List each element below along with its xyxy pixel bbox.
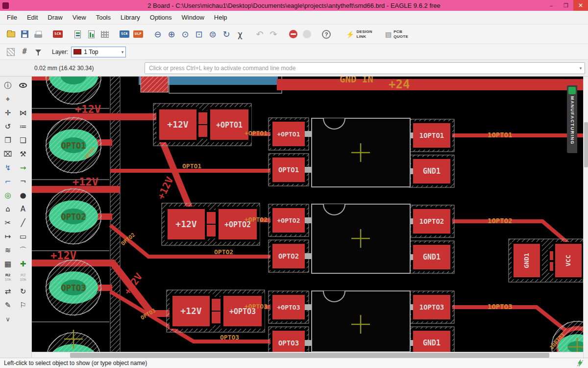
wrench-tool-button[interactable]: ⚒ xyxy=(16,148,30,160)
main-area: ⓘ ⌖ ✛ ⋈ ↺ ≔ ❐ ❏ ⌧ ⚒ ↯ ⇝ ⌐ ¬ ◎ ● ⌂ A ✂ ╱ … xyxy=(0,77,588,358)
undo-button[interactable]: ↶ xyxy=(253,27,267,41)
design-link-button[interactable]: ⚡ DESIGNLINK xyxy=(346,29,372,38)
horizontal-scrollbar-thumb[interactable] xyxy=(70,353,549,358)
polygon-tool-button[interactable]: ⌂ xyxy=(1,203,15,215)
via-tool-button[interactable]: ◎ xyxy=(1,189,15,202)
pcb-quote-button[interactable]: ▤ PCBQUOTE xyxy=(385,29,408,38)
menu-item-window[interactable]: Window xyxy=(177,12,209,23)
minimize-button[interactable]: – xyxy=(544,0,559,11)
menu-item-file[interactable]: File xyxy=(2,12,22,23)
zoom-previous-button[interactable]: ⊙ xyxy=(178,27,192,41)
design-manager-button[interactable] xyxy=(98,27,112,41)
save-button[interactable] xyxy=(18,27,31,41)
zoom-fit-button[interactable]: ⊜ xyxy=(206,27,220,41)
menu-item-draw[interactable]: Draw xyxy=(43,12,67,23)
layer-color-swatch xyxy=(74,49,81,54)
open-button[interactable] xyxy=(4,27,18,41)
text-tool-button[interactable]: A xyxy=(16,203,30,215)
route-tool-button[interactable]: ↯ xyxy=(1,161,15,174)
menu-item-view[interactable]: View xyxy=(68,12,91,23)
show-tool-button[interactable] xyxy=(16,79,30,92)
palette-spacer xyxy=(16,93,30,105)
filter-button[interactable] xyxy=(31,45,45,59)
rotate-tool-button[interactable]: ↺ xyxy=(1,120,15,133)
rect-tool-button[interactable]: ▭ xyxy=(16,230,30,243)
smash-tool-button[interactable]: R210k xyxy=(1,271,15,284)
script-editor-button[interactable]: SCR xyxy=(51,27,65,41)
layer-select[interactable]: 1 Top ▾ xyxy=(71,47,126,57)
bom-button[interactable] xyxy=(71,27,84,41)
redo-button[interactable]: ↷ xyxy=(267,27,280,41)
wire-bend2-tool-button[interactable]: ¬ xyxy=(16,175,30,188)
pad-text-out2a: 1OPTO2 xyxy=(419,217,444,225)
zoom-select-button[interactable]: ⊡ xyxy=(192,27,206,41)
airwire-tool-button[interactable]: ✚ xyxy=(16,258,30,270)
line-tool-button[interactable]: ╱ xyxy=(16,216,30,229)
menu-item-edit[interactable]: Edit xyxy=(22,12,43,23)
statistics-button[interactable] xyxy=(84,27,98,41)
optimize-tool-button[interactable]: ↦ xyxy=(1,230,15,243)
pad-text-12v-1: +12V xyxy=(167,119,189,130)
design-link-line2: LINK xyxy=(356,34,366,39)
miter-tool-button[interactable]: ✂ xyxy=(1,216,15,229)
copy-tool-button[interactable]: ❐ xyxy=(1,134,15,147)
run-ulp-button[interactable]: ULP xyxy=(131,27,145,41)
attribute-tool-button[interactable]: ⚐ xyxy=(16,299,30,312)
palette-more-chevron[interactable]: ∨ xyxy=(1,313,15,325)
ratsnest-tool-button[interactable]: ▦ xyxy=(1,258,15,270)
move-tool-button[interactable]: ✛ xyxy=(1,106,15,119)
vertical-scrollbar-thumb[interactable] xyxy=(584,122,588,167)
ripup-tool-button[interactable]: ⇝ xyxy=(16,161,30,174)
horizontal-scrollbar[interactable] xyxy=(32,352,583,358)
manufacturing-tab[interactable]: MANUFACTURING xyxy=(567,85,577,153)
resistor-group-3: +12V +OPTO3 xyxy=(167,290,265,332)
draw-tool-button[interactable]: ✎ xyxy=(1,299,15,312)
net-label-gnd-in: GND IN xyxy=(340,77,373,84)
menu-item-tools[interactable]: Tools xyxy=(91,12,116,23)
wire-bend-tool-button[interactable]: ⌐ xyxy=(1,175,15,188)
pcb-canvas[interactable]: GND IN +24 xyxy=(32,77,583,352)
command-chi-button[interactable]: χ xyxy=(233,27,247,41)
command-history-chevron-icon[interactable]: ▾ xyxy=(577,66,585,71)
info-tool-button[interactable]: ⓘ xyxy=(1,79,15,92)
stop-button[interactable] xyxy=(286,27,300,41)
grid-button[interactable]: # xyxy=(18,45,31,59)
unsmash-tool-button[interactable]: R210k xyxy=(16,271,30,284)
trace-label-opto3: OPTO3 xyxy=(220,334,239,341)
menu-item-options[interactable]: Options xyxy=(145,12,177,23)
command-line-input[interactable] xyxy=(145,63,577,74)
close-button[interactable]: ✕ xyxy=(573,0,588,11)
help-button[interactable]: ? xyxy=(319,27,333,41)
delete-tool-button[interactable]: ⌧ xyxy=(1,148,15,160)
replace-tool-button[interactable]: ⇄ xyxy=(1,285,15,298)
go-button[interactable] xyxy=(300,27,314,41)
run-script-button[interactable]: SCR xyxy=(118,27,131,41)
resistor-group-1: +12V +OPTO1 xyxy=(153,104,251,146)
main-toolbar: SCR SCR ULP ⊖ ⊕ ⊙ ⊡ ⊜ ↻ χ ↶ ↷ ? ⚡ DESIGN… xyxy=(0,25,588,44)
design-link-bolt-icon: ⚡ xyxy=(346,30,354,38)
zoom-in-button[interactable]: ⊕ xyxy=(165,27,178,41)
paste-tool-button[interactable]: ❏ xyxy=(16,134,30,147)
trace-label-opto1: OPTO1 xyxy=(182,162,201,170)
statusbar: Left-click to select object to show (or … xyxy=(0,358,588,368)
scr-blue-badge-icon: SCR xyxy=(120,30,129,38)
maximize-button[interactable]: ❐ xyxy=(559,0,573,11)
menu-item-library[interactable]: Library xyxy=(116,12,145,23)
pinswap-tool-button[interactable]: ↻ xyxy=(16,285,30,298)
arc-tool-button[interactable]: ⌒ xyxy=(16,244,30,257)
mirror-tool-button[interactable]: ⋈ xyxy=(16,106,30,119)
trace-label-opto2: OPTO2 xyxy=(214,248,233,256)
change-settings-button[interactable] xyxy=(4,45,18,59)
pad-label-opto2: OPTO2 xyxy=(61,212,86,222)
name-tool-button[interactable]: ≔ xyxy=(16,120,30,133)
mark-tool-button[interactable]: ⌖ xyxy=(1,93,15,105)
zoom-out-button[interactable]: ⊖ xyxy=(151,27,165,41)
redraw-button[interactable]: ↻ xyxy=(220,27,233,41)
meander-tool-button[interactable]: ≋ xyxy=(1,244,15,257)
circle-tool-button[interactable]: ● xyxy=(16,189,30,202)
menu-item-help[interactable]: Help xyxy=(209,12,232,23)
manufacturing-icon xyxy=(568,87,576,94)
vertical-scrollbar[interactable] xyxy=(583,77,588,358)
trace-label-popto3: +OPTO3 xyxy=(245,303,268,310)
print-button[interactable] xyxy=(31,27,45,41)
